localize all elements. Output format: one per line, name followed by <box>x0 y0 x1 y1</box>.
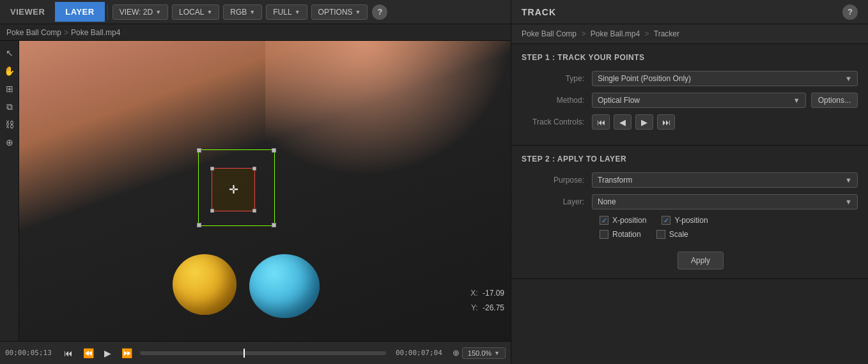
video-highlight <box>265 41 511 176</box>
select-tool[interactable]: ↖ <box>3 46 17 60</box>
local-dropdown[interactable]: LOCAL ▼ <box>172 4 219 20</box>
layer-select[interactable]: None ▼ <box>592 194 858 209</box>
xposition-checkbox[interactable]: ✓ X-position <box>600 216 646 225</box>
layers-tool[interactable]: ⧉ <box>3 100 17 114</box>
type-row: Type: Single Point (Position Only) ▼ <box>522 71 858 86</box>
grid-tool[interactable]: ⊞ <box>3 82 17 96</box>
track-controls-row: Track Controls: ⏮ ◀ ▶ ⏭ <box>522 114 858 130</box>
purpose-select[interactable]: Transform ▼ <box>592 172 858 188</box>
purpose-chevron-icon: ▼ <box>845 176 852 184</box>
chevron-down-icon: ▼ <box>155 9 161 15</box>
step-fwd-button[interactable]: ⏭ <box>657 114 675 130</box>
help-button[interactable]: ? <box>372 4 387 20</box>
timeline-bar: 00;00;05;13 ⏮ ⏪ ▶ ⏩ 00;00;07;04 ⊕ 150.0%… <box>0 341 511 364</box>
play-forward-button[interactable]: ▶ <box>102 347 114 360</box>
type-select[interactable]: Single Point (Position Only) ▼ <box>592 71 858 86</box>
track-panel-title: TRACK <box>522 7 556 17</box>
link-tool[interactable]: ⛓ <box>3 118 17 132</box>
options-dropdown[interactable]: OPTIONS ▼ <box>311 4 368 20</box>
layer-chevron-icon: ▼ <box>845 198 852 206</box>
crosshair-icon: ✛ <box>229 184 238 195</box>
yposition-checkbox[interactable]: ✓ Y-position <box>662 216 708 225</box>
full-dropdown[interactable]: FULL ▼ <box>266 4 307 20</box>
chevron-down-icon: ▼ <box>206 9 212 15</box>
scale-checkbox[interactable]: Scale <box>656 230 688 239</box>
rotation-checkbox[interactable]: Rotation <box>600 230 641 239</box>
chevron-down-icon: ▼ <box>295 9 300 15</box>
zoom-dropdown[interactable]: 150.0% ▼ <box>462 347 506 359</box>
method-row: Method: Optical Flow ▼ Options... <box>522 93 858 108</box>
tab-layer[interactable]: LAYER <box>55 2 104 22</box>
step1-section: STEP 1 : TRACK YOUR POINTS Type: Single … <box>511 44 868 146</box>
tool-panel: ↖ ✋ ⊞ ⧉ ⛓ ⊕ <box>0 41 19 341</box>
right-panel: Poke Ball Comp > Poke Ball.mp4 > Tracker… <box>511 24 868 364</box>
check-icon: ✓ <box>663 216 669 225</box>
timeline-track[interactable] <box>140 351 386 355</box>
step-back-button[interactable]: ◀ <box>614 114 632 130</box>
tracker-overlay: ✛ <box>198 149 275 226</box>
poke-ball-shapes <box>173 254 320 318</box>
play-next-button[interactable]: ⏩ <box>119 347 135 360</box>
chevron-down-icon: ▼ <box>355 9 361 15</box>
method-label: Method: <box>522 96 592 105</box>
type-label: Type: <box>522 74 592 83</box>
time-end: 00;00;07;04 <box>391 349 442 357</box>
divider <box>107 4 108 20</box>
options-button[interactable]: Options... <box>811 93 858 108</box>
layer-row: Layer: None ▼ <box>522 194 858 209</box>
checkbox-row-1: ✓ X-position ✓ Y-position <box>522 216 858 225</box>
zoom-level-control[interactable]: ⊕ 150.0% ▼ <box>453 347 506 359</box>
rewind-button[interactable]: ⏮ <box>592 114 610 130</box>
magnify-tool[interactable]: ⊕ <box>3 135 17 149</box>
breadcrumb: Poke Ball Comp > Poke Ball.mp4 <box>0 24 511 41</box>
tab-viewer[interactable]: VIEWER <box>0 2 55 22</box>
track-controls-label: Track Controls: <box>522 118 592 126</box>
play-back-button[interactable]: ⏪ <box>81 347 97 360</box>
zoom-chevron-icon: ▼ <box>494 350 500 356</box>
purpose-label: Purpose: <box>522 176 592 185</box>
right-breadcrumb: Poke Ball Comp > Poke Ball.mp4 > Tracker <box>511 24 868 44</box>
viewer-area: ↖ ✋ ⊞ ⧉ ⛓ ⊕ <box>0 41 511 341</box>
scale-box[interactable] <box>656 230 665 239</box>
step2-section: STEP 2 : APPLY TO LAYER Purpose: Transfo… <box>511 146 868 279</box>
method-chevron-icon: ▼ <box>793 96 800 104</box>
play-button[interactable]: ▶ <box>635 114 653 130</box>
view-dropdown[interactable]: VIEW: 2D ▼ <box>112 4 168 20</box>
blue-ball <box>249 254 320 318</box>
type-chevron-icon: ▼ <box>845 75 852 82</box>
timeline-playhead <box>244 349 245 358</box>
method-select[interactable]: Optical Flow ▼ <box>592 93 806 108</box>
coords-display: X: -17.09 Y: -26.75 <box>470 287 504 314</box>
rotation-box[interactable] <box>600 230 608 239</box>
apply-button[interactable]: Apply <box>678 252 724 269</box>
right-help-button[interactable]: ? <box>842 4 858 20</box>
step1-title: STEP 1 : TRACK YOUR POINTS <box>522 53 858 62</box>
hand-tool[interactable]: ✋ <box>3 64 17 78</box>
rgb-dropdown[interactable]: RGB ▼ <box>223 4 262 20</box>
zoom-icon: ⊕ <box>453 348 460 358</box>
checkbox-row-2: Rotation Scale <box>522 230 858 239</box>
check-icon: ✓ <box>601 216 607 225</box>
xposition-box[interactable]: ✓ <box>600 216 608 225</box>
go-start-button[interactable]: ⏮ <box>61 347 75 360</box>
layer-label: Layer: <box>522 197 592 206</box>
track-controls: ⏮ ◀ ▶ ⏭ <box>592 114 675 130</box>
purpose-row: Purpose: Transform ▼ <box>522 172 858 188</box>
chevron-down-icon: ▼ <box>249 9 255 15</box>
yellow-ball <box>173 254 236 315</box>
yposition-box[interactable]: ✓ <box>662 216 670 225</box>
time-start: 00;00;05;13 <box>5 349 56 357</box>
step2-title: STEP 2 : APPLY TO LAYER <box>522 155 858 163</box>
